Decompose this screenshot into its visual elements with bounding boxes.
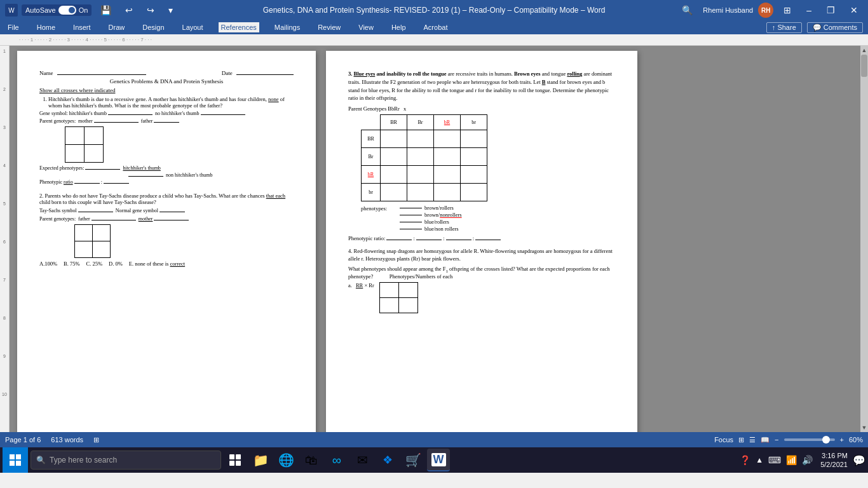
non-hitch-blank	[128, 176, 163, 177]
help-icon[interactable]: ❓	[740, 455, 750, 465]
cross-a-label: a.	[348, 282, 352, 288]
cell-Br-BR	[381, 148, 407, 166]
scroll-up-arrow[interactable]: ▲	[862, 47, 867, 53]
punnett-row	[75, 225, 111, 241]
cell-BR-BR	[381, 130, 407, 148]
zoom-minus[interactable]: −	[775, 436, 778, 444]
punnett-cell	[93, 225, 111, 241]
word-taskbar-button[interactable]: W	[427, 449, 450, 471]
punnett-row	[379, 298, 417, 313]
q3-number: 3. Blue eyes and inability to roll the t…	[348, 71, 447, 77]
dropbox-button[interactable]: ❖	[376, 449, 399, 471]
mail-button[interactable]: ✉	[351, 449, 374, 471]
punnett-cell	[398, 283, 417, 298]
phenotypic-ratio-1: Phenotypic ratio :	[39, 179, 294, 185]
cell-Br-Br	[407, 148, 434, 166]
punnett-row	[379, 283, 417, 298]
more-button[interactable]: ▾	[163, 0, 178, 20]
focus-label[interactable]: Focus	[714, 436, 733, 444]
status-bar: Page 1 of 6 613 words ⊞ Focus ⊞ ☰ 📖 − + …	[0, 432, 868, 447]
scroll-thumb[interactable]	[861, 55, 867, 77]
search-icon: 🔍	[36, 456, 46, 464]
date-field-row: Date	[222, 70, 294, 76]
tab-acrobat[interactable]: Acrobat	[421, 22, 451, 32]
taskbar-search[interactable]: 🔍 Type here to search	[31, 451, 221, 470]
mother-label: mother	[139, 216, 153, 222]
loop-button[interactable]: ∞	[325, 449, 348, 471]
punnett-square-1	[65, 126, 294, 163]
file-explorer-icon: 📁	[253, 452, 269, 468]
comments-button[interactable]: 💬 Comments	[807, 22, 863, 33]
user-name: Rhemi Husband	[703, 6, 753, 14]
tab-draw[interactable]: Draw	[106, 22, 128, 32]
layout-button[interactable]: ⊞	[778, 0, 796, 20]
tab-design[interactable]: Design	[140, 22, 166, 32]
tab-view[interactable]: View	[356, 22, 376, 32]
network-icon[interactable]: 📶	[786, 455, 797, 465]
document-title: Genetics, DNA and Protein Synthesis- REV…	[263, 6, 606, 15]
tab-insert[interactable]: Insert	[71, 22, 93, 32]
question-list: Hitchhiker's thumb is due to a recessive…	[39, 96, 294, 109]
punnett-cell	[65, 127, 85, 145]
minimize-button[interactable]: –	[801, 0, 817, 20]
zoom-thumb[interactable]	[822, 436, 830, 444]
share-button[interactable]: ↑ Share	[766, 22, 802, 33]
tab-mailings[interactable]: Mailings	[272, 22, 302, 32]
restore-button[interactable]: ❐	[822, 0, 840, 20]
undo-button[interactable]: ↩	[120, 0, 138, 20]
taskbar: 🔍 Type here to search 📁 🌐 🛍 ∞ ✉ ❖ 🛒 W	[0, 447, 868, 473]
cross-a-table	[379, 282, 418, 313]
svg-rect-6	[229, 461, 234, 466]
keyboard-icon[interactable]: ⌨	[768, 455, 781, 465]
cross-a-punnett	[379, 282, 418, 313]
svg-rect-7	[236, 461, 241, 466]
punnett-row-BR: BR	[362, 130, 487, 148]
punnett-row	[65, 127, 104, 145]
zoom-plus[interactable]: +	[840, 436, 844, 444]
search-button[interactable]: 🔍	[677, 0, 698, 20]
autosave-toggle[interactable]	[58, 6, 76, 15]
expected-blank	[85, 169, 120, 170]
tab-help[interactable]: Help	[389, 22, 409, 32]
time-display[interactable]: 3:16 PM 5/2/2021	[820, 451, 848, 470]
ratio2-blank-1	[386, 240, 412, 240]
svg-rect-4	[229, 454, 234, 459]
edge-button[interactable]: 🌐	[275, 449, 297, 471]
view-outline-icon[interactable]: ☰	[749, 436, 756, 444]
punnett-square-2	[74, 224, 294, 258]
task-view-icon	[229, 454, 241, 466]
view-normal-icon[interactable]: ⊞	[738, 436, 744, 444]
punnett-cell	[65, 145, 85, 163]
redo-button[interactable]: ↪	[142, 0, 159, 20]
tab-review[interactable]: Review	[315, 22, 343, 32]
svg-rect-1	[16, 454, 21, 459]
tab-layout[interactable]: Layout	[180, 22, 206, 32]
task-view-button[interactable]	[224, 449, 247, 471]
store-icon: 🛍	[305, 453, 318, 468]
scroll-down-arrow[interactable]: ▼	[862, 424, 867, 431]
col-header-Br: Br	[407, 115, 434, 130]
q4-cross-a: a. RR × Rr	[348, 282, 615, 313]
tab-references[interactable]: References	[219, 22, 259, 32]
punnett-cell	[85, 127, 104, 145]
close-button[interactable]: ✕	[845, 0, 863, 20]
time: 3:16 PM	[820, 451, 848, 460]
mother-blank	[94, 122, 139, 123]
view-read-icon[interactable]: 📖	[761, 436, 770, 444]
zoom-slider[interactable]	[784, 438, 835, 441]
volume-icon[interactable]: 🔊	[802, 455, 813, 465]
autosave-button[interactable]: AutoSave On	[22, 4, 92, 16]
tab-home[interactable]: Home	[34, 22, 58, 32]
amazon-button[interactable]: 🛒	[402, 449, 424, 471]
file-explorer-button[interactable]: 📁	[249, 449, 272, 471]
tab-file[interactable]: File	[5, 22, 22, 32]
store-button[interactable]: 🛍	[300, 449, 323, 471]
ratio2-blank-4	[475, 240, 501, 240]
edge-icon: 🌐	[278, 452, 294, 468]
start-button[interactable]	[3, 447, 28, 473]
chevron-up-icon[interactable]: ▲	[756, 456, 763, 464]
scrollbar-right[interactable]: ▲ ▼	[860, 46, 868, 432]
notification-icon[interactable]: 💬	[853, 454, 865, 466]
save-icon-button[interactable]: 💾	[95, 0, 116, 20]
word-taskbar-icon: W	[431, 453, 446, 466]
